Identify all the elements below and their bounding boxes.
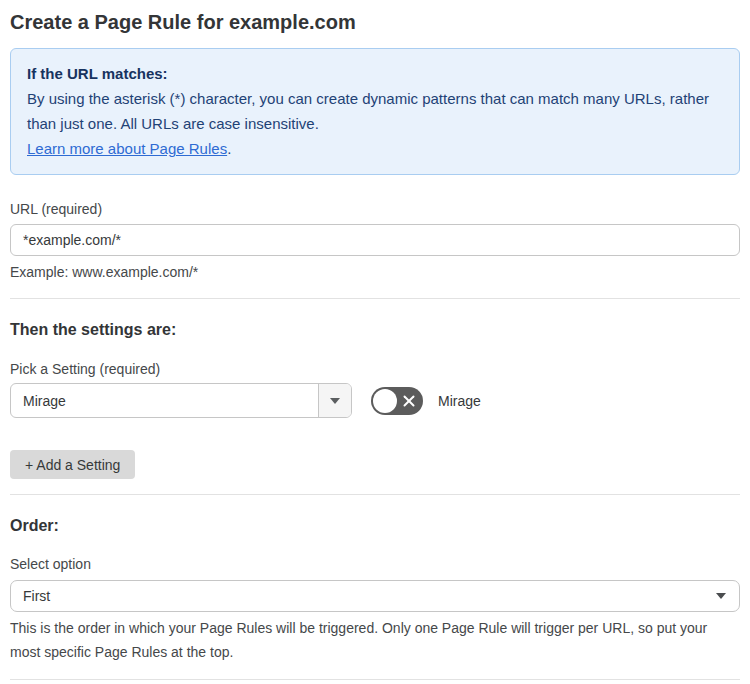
info-box-body: By using the asterisk (*) character, you… xyxy=(27,86,723,136)
link-suffix: . xyxy=(227,140,231,157)
toggle-off-x-icon xyxy=(402,394,416,408)
info-box-link-line: Learn more about Page Rules. xyxy=(27,136,723,161)
order-section-heading: Order: xyxy=(10,517,740,534)
setting-select[interactable]: Mirage xyxy=(10,383,352,418)
page-title: Create a Page Rule for example.com xyxy=(10,9,740,35)
settings-section-heading: Then the settings are: xyxy=(10,321,740,338)
setting-select-value: Mirage xyxy=(11,384,318,417)
order-select-value: First xyxy=(11,588,716,604)
order-help-text: This is the order in which your Page Rul… xyxy=(10,616,730,664)
url-field-label: URL (required) xyxy=(10,201,740,217)
page-rule-form: Create a Page Rule for example.com If th… xyxy=(0,9,750,684)
divider xyxy=(10,679,740,680)
url-matches-info-box: If the URL matches: By using the asteris… xyxy=(10,48,740,175)
setting-row: Mirage Mirage xyxy=(10,383,740,418)
add-setting-button[interactable]: + Add a Setting xyxy=(10,450,135,479)
chevron-down-icon xyxy=(716,593,726,599)
url-example-text: Example: www.example.com/* xyxy=(10,261,740,283)
divider xyxy=(10,494,740,495)
toggle-knob xyxy=(373,389,397,413)
info-box-heading: If the URL matches: xyxy=(27,61,723,86)
setting-picker-label: Pick a Setting (required) xyxy=(10,361,740,377)
chevron-down-icon xyxy=(330,398,340,404)
learn-more-link[interactable]: Learn more about Page Rules xyxy=(27,140,227,157)
order-select-arrow xyxy=(716,593,739,599)
divider xyxy=(10,298,740,299)
url-input[interactable] xyxy=(10,224,740,256)
toggle-label: Mirage xyxy=(438,393,481,409)
mirage-toggle[interactable] xyxy=(371,387,423,415)
order-select-label: Select option xyxy=(10,556,740,572)
order-select[interactable]: First xyxy=(10,580,740,612)
setting-select-arrow-button[interactable] xyxy=(318,384,351,417)
